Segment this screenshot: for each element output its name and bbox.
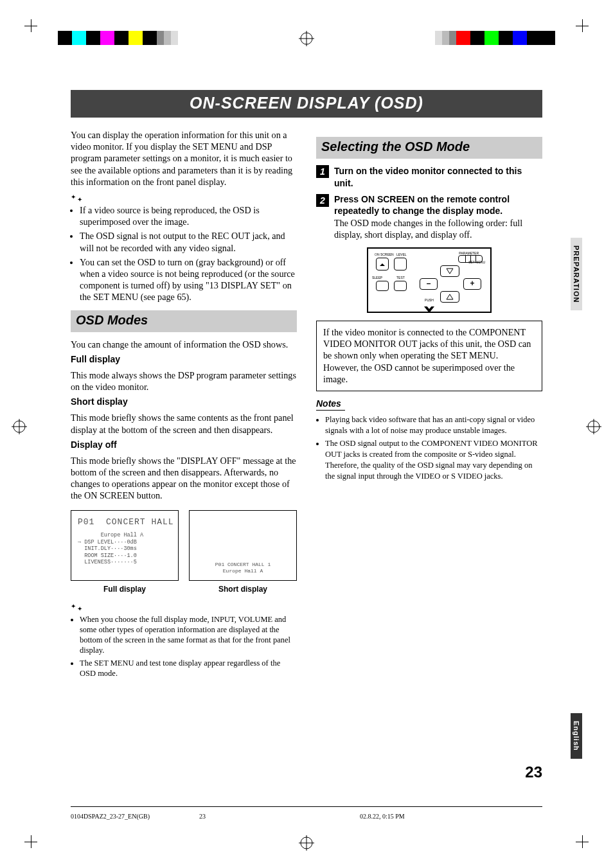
trailing-bullet: The SET MENU and test tone display appea… — [80, 658, 297, 678]
notes-label: Notes — [316, 398, 345, 411]
component-note-box: If the video monitor is connected to the… — [316, 321, 542, 391]
side-tab-language: English — [571, 713, 582, 759]
on-screen-button-icon — [376, 258, 389, 270]
step-2-body: The OSD mode changes in the following or… — [334, 217, 542, 240]
down-button-icon — [440, 291, 459, 303]
parameter-slider-icon — [458, 255, 483, 263]
label-push: PUSH — [425, 298, 434, 302]
test-button-icon — [394, 281, 407, 291]
footer-right: 02.8.22, 0:15 PM — [360, 813, 405, 820]
step-number: 2 — [316, 194, 329, 207]
step-1: 1 Turn on the video monitor connected to… — [316, 165, 542, 190]
osd-modes-heading: OSD Modes — [71, 310, 297, 332]
hint-icon — [71, 604, 82, 612]
page-title: ON-SCREEN DISPLAY (OSD) — [71, 90, 542, 118]
label-level: LEVEL — [396, 252, 407, 256]
osd-full-title: P01 CONCERT HALL 1 — [78, 517, 172, 528]
intro-bullet: The OSD signal is not output to the REC … — [80, 230, 297, 253]
label-on-screen: ON SCREEN — [375, 252, 394, 256]
intro-bullets: If a video source is being reproduced, t… — [71, 204, 297, 303]
label-sleep: SLEEP — [372, 276, 382, 279]
osd-full-lines: Europe Hall A → DSP LEVEL····0dB INIT.DL… — [78, 532, 172, 566]
step-2: 2 Press ON SCREEN on the remote control … — [316, 194, 542, 240]
sleep-button-icon — [376, 281, 389, 291]
step-number: 1 — [316, 165, 329, 178]
osd-full-display-figure: P01 CONCERT HALL 1 Europe Hall A → DSP L… — [71, 510, 179, 581]
short-display-body: This mode briefly shows the same content… — [71, 412, 297, 435]
osd-modes-lead: You can change the amount of information… — [71, 339, 297, 350]
right-column: Selecting the OSD Mode 1 Turn on the vid… — [316, 129, 542, 685]
selecting-heading: Selecting the OSD Mode — [316, 137, 542, 159]
step-1-lead: Turn on the video monitor connected to t… — [334, 166, 522, 188]
display-off-title: Display off — [71, 439, 297, 451]
full-display-title: Full display — [71, 354, 297, 366]
footer-mid: 23 — [199, 813, 206, 820]
left-column: You can display the operation informatio… — [71, 129, 297, 685]
up-button-icon — [440, 265, 459, 277]
page-number: 23 — [525, 763, 542, 781]
intro-bullet: You can set the OSD to turn on (gray bac… — [80, 256, 297, 303]
osd-short-display-figure: P01 CONCERT HALL 1 Europe Hall A — [189, 510, 297, 581]
short-display-title: Short display — [71, 396, 297, 408]
footer-rule — [71, 806, 542, 807]
note-item: The OSD signal output to the COMPONENT V… — [325, 438, 542, 482]
hint-icon — [71, 195, 82, 202]
display-off-body: This mode briefly shows the "DISPLAY OFF… — [71, 455, 297, 502]
plus-button-icon: + — [463, 278, 481, 290]
footer-left: 0104DSPAZ2_23-27_EN(GB) — [71, 813, 150, 820]
minus-button-icon: – — [420, 278, 438, 290]
trailing-bullet: When you choose the full display mode, I… — [80, 614, 297, 655]
push-arrow-icon — [424, 306, 434, 313]
trailing-bullets: When you choose the full display mode, I… — [71, 614, 297, 678]
osd-short-lines: P01 CONCERT HALL 1 Europe Hall A — [190, 562, 296, 574]
intro-bullet: If a video source is being reproduced, t… — [80, 204, 297, 227]
osd-figures: P01 CONCERT HALL 1 Europe Hall A → DSP L… — [71, 510, 297, 581]
intro-text: You can display the operation informatio… — [71, 129, 297, 188]
side-tab-preparation: PREPARATION — [571, 238, 582, 310]
short-caption: Short display — [189, 585, 297, 594]
step-2-lead: Press ON SCREEN on the remote control re… — [334, 194, 542, 217]
label-parameter: PARAMETER — [459, 251, 479, 255]
full-display-body: This mode always shows the DSP program p… — [71, 369, 297, 393]
full-caption: Full display — [71, 585, 179, 594]
remote-control-figure: ON SCREEN LEVEL PARAMETER SET MENU SLEEP… — [367, 247, 492, 313]
notes-list: Playing back video software that has an … — [316, 414, 542, 482]
label-test: TEST — [396, 276, 405, 279]
note-item: Playing back video software that has an … — [325, 414, 542, 436]
level-button-icon — [394, 258, 407, 270]
